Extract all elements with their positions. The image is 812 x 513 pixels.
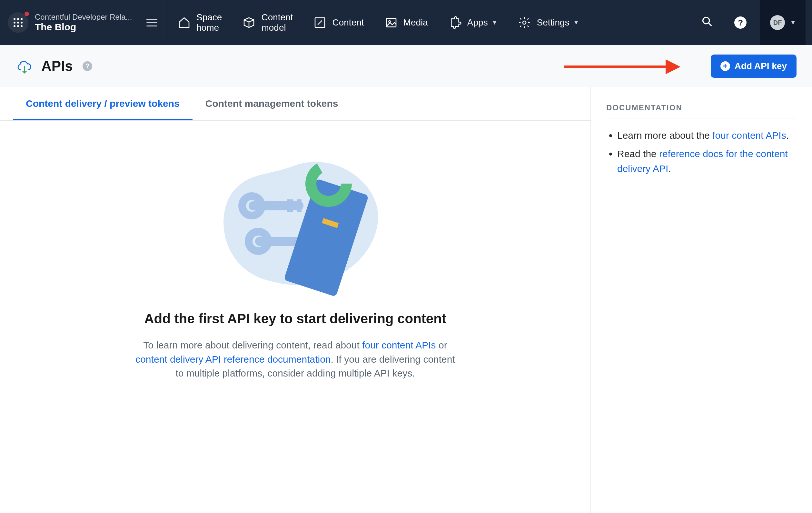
notification-badge	[25, 11, 29, 16]
chevron-down-icon: ▼	[492, 19, 498, 26]
space-selector[interactable]: Contentful Developer Rela... The Blog	[35, 12, 141, 33]
nav-label: model	[261, 23, 293, 33]
doc-links-list: Learn more about the four content APIs. …	[606, 128, 796, 176]
tabs: Content delivery / preview tokens Conten…	[0, 87, 590, 121]
help-icon: ?	[734, 17, 747, 29]
home-icon	[178, 16, 191, 29]
tab-delivery-tokens[interactable]: Content delivery / preview tokens	[13, 87, 193, 120]
help-button[interactable]: ?	[724, 17, 757, 29]
apps-grid-icon	[13, 18, 23, 27]
gear-icon	[518, 16, 531, 29]
page-title: APIs	[41, 58, 73, 74]
nav-content-model[interactable]: Content model	[232, 0, 303, 45]
page-help-icon[interactable]: ?	[83, 61, 92, 71]
search-button[interactable]	[690, 15, 724, 30]
svg-point-4	[703, 17, 709, 24]
nav-space-home[interactable]: Space home	[167, 0, 232, 45]
user-menu[interactable]: DF ▼	[760, 0, 806, 45]
image-icon	[385, 16, 398, 29]
main-layout: Content delivery / preview tokens Conten…	[0, 87, 812, 513]
nav-content[interactable]: Content	[303, 0, 374, 45]
svg-point-3	[523, 21, 526, 24]
svg-rect-7	[287, 199, 293, 212]
nav-apps[interactable]: Apps ▼	[438, 0, 508, 45]
link-four-content-apis[interactable]: four content APIs	[362, 340, 436, 350]
search-icon	[701, 15, 714, 28]
plus-circle-icon: +	[720, 61, 730, 71]
link-delivery-api-docs[interactable]: content delivery API reference documenta…	[136, 354, 330, 365]
box-icon	[242, 16, 255, 29]
app-launcher-button[interactable]	[8, 12, 28, 33]
content-area: Content delivery / preview tokens Conten…	[0, 87, 591, 513]
page-title-group: APIs ?	[16, 57, 92, 75]
org-name: Contentful Developer Rela...	[35, 12, 141, 22]
primary-nav: Space home Content model Content Media A…	[167, 0, 589, 45]
nav-label: Content	[332, 18, 364, 28]
nav-label: Apps	[467, 18, 488, 28]
callout-arrow	[564, 64, 680, 70]
add-api-key-button[interactable]: + Add API key	[711, 55, 796, 78]
list-item: Read the reference docs for the content …	[617, 146, 796, 176]
puzzle-icon	[448, 16, 461, 29]
empty-state: Add the first API key to start deliverin…	[121, 137, 469, 380]
svg-rect-8	[297, 199, 301, 212]
nav-label: Settings	[536, 18, 569, 28]
nav-label: Space	[196, 12, 222, 23]
keys-illustration	[200, 137, 390, 301]
chevron-down-icon: ▼	[790, 19, 796, 26]
space-name: The Blog	[35, 22, 141, 33]
empty-description: To learn more about delivering content, …	[134, 338, 457, 380]
button-label: Add API key	[734, 61, 787, 71]
chevron-down-icon: ▼	[573, 19, 579, 26]
list-item: Learn more about the four content APIs.	[617, 128, 796, 143]
nav-media[interactable]: Media	[374, 0, 438, 45]
tab-management-tokens[interactable]: Content management tokens	[193, 87, 351, 120]
link-four-content-apis[interactable]: four content APIs	[712, 130, 786, 141]
hamburger-menu-icon[interactable]	[146, 17, 157, 29]
api-cloud-icon	[16, 57, 33, 75]
nav-label: Content	[261, 12, 293, 23]
documentation-sidebar: DOCUMENTATION Learn more about the four …	[591, 87, 812, 513]
avatar: DF	[770, 15, 785, 30]
nav-label: home	[196, 23, 222, 33]
top-nav: Contentful Developer Rela... The Blog Sp…	[0, 0, 812, 45]
empty-heading: Add the first API key to start deliverin…	[134, 311, 457, 326]
edit-icon	[314, 16, 326, 29]
nav-settings[interactable]: Settings ▼	[508, 0, 589, 45]
nav-label: Media	[403, 18, 428, 28]
sidebar-heading: DOCUMENTATION	[606, 103, 796, 118]
page-header: APIs ? + Add API key	[0, 45, 812, 87]
